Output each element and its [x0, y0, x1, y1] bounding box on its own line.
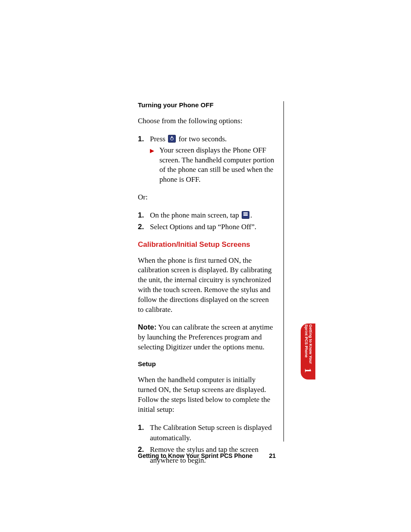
- list-number: 1.: [138, 423, 150, 444]
- page-content-column: Turning your Phone OFF Choose from the f…: [138, 101, 276, 473]
- text-fragment: On the phone main screen, tap: [150, 211, 241, 219]
- list-number: 1.: [138, 134, 150, 185]
- list-text: Press for two seconds. ▶ Your screen dis…: [150, 134, 276, 185]
- heading-turning-off: Turning your Phone OFF: [138, 101, 276, 109]
- calibration-paragraph: When the phone is first turned ON, the c…: [138, 256, 276, 315]
- text-fragment: Press: [150, 135, 167, 143]
- side-tab-chapter-number: 1: [302, 363, 314, 378]
- list-text: On the phone main screen, tap .: [150, 210, 276, 221]
- bullet-text: Your screen displays the Phone OFF scree…: [159, 146, 276, 185]
- list-item: 2. Select Options and tap “Phone Off”.: [138, 222, 276, 233]
- side-tab-line1: Getting to Know Your: [308, 324, 313, 364]
- sub-bullet: ▶ Your screen displays the Phone OFF scr…: [150, 146, 276, 185]
- setup-list: 1. The Calibration Setup screen is displ…: [138, 423, 276, 466]
- side-tab-line2: Sprint PCS Phone: [304, 324, 308, 358]
- heading-setup: Setup: [138, 360, 276, 367]
- text-fragment: for two seconds.: [177, 135, 227, 143]
- footer-title: Getting to Know Your Sprint PCS Phone: [138, 452, 252, 459]
- list-item: 1. Press for two seconds. ▶ Your screen …: [138, 134, 276, 185]
- note-label: Note:: [138, 323, 156, 331]
- list-item: 1. The Calibration Setup screen is displ…: [138, 423, 276, 444]
- option-b-list: 1. On the phone main screen, tap . 2. Se…: [138, 210, 276, 232]
- intro-choose: Choose from the following options:: [138, 116, 276, 126]
- list-number: 1.: [138, 210, 150, 221]
- note-body: You can calibrate the screen at anytime …: [138, 323, 273, 351]
- heading-calibration: Calibration/Initial Setup Screens: [138, 240, 276, 249]
- option-a-list: 1. Press for two seconds. ▶ Your screen …: [138, 134, 276, 185]
- power-button-icon: [168, 135, 176, 143]
- footer-page-number: 21: [269, 452, 276, 459]
- list-number: 2.: [138, 222, 150, 233]
- or-text: Or:: [138, 193, 276, 202]
- menu-tap-icon: [242, 211, 249, 219]
- vertical-divider: [283, 101, 284, 442]
- list-item: 1. On the phone main screen, tap .: [138, 210, 276, 221]
- triangle-bullet-icon: ▶: [150, 146, 159, 185]
- note-paragraph: Note: You can calibrate the screen at an…: [138, 323, 276, 352]
- text-fragment: .: [250, 211, 252, 219]
- list-text: Select Options and tap “Phone Off”.: [150, 222, 276, 233]
- chapter-side-tab: Getting to Know Your Sprint PCS Phone 1: [301, 324, 315, 380]
- page-footer: Getting to Know Your Sprint PCS Phone 21: [138, 452, 276, 459]
- side-tab-label: Getting to Know Your Sprint PCS Phone: [304, 324, 312, 364]
- list-text: The Calibration Setup screen is displaye…: [150, 423, 276, 444]
- setup-paragraph: When the handheld computer is initially …: [138, 375, 276, 415]
